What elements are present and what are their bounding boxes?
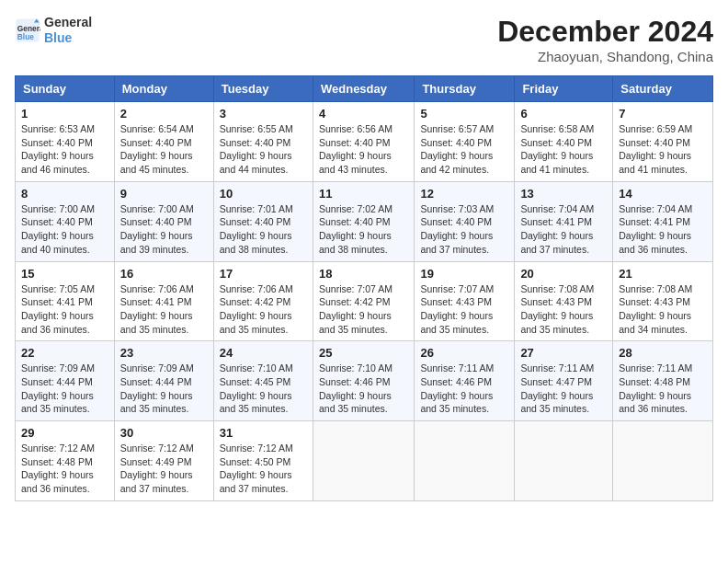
day-number: 2 [120, 107, 208, 121]
day-info: Sunrise: 7:02 AM Sunset: 4:40 PM Dayligh… [319, 202, 408, 257]
day-info: Sunrise: 7:11 AM Sunset: 4:46 PM Dayligh… [420, 362, 508, 416]
day-info: Sunrise: 7:09 AM Sunset: 4:44 PM Dayligh… [120, 362, 208, 416]
calendar-cell: 12 Sunrise: 7:03 AM Sunset: 4:40 PM Dayl… [415, 181, 515, 261]
day-number: 22 [21, 346, 108, 360]
calendar-cell: 27 Sunrise: 7:11 AM Sunset: 4:47 PM Dayl… [515, 341, 613, 421]
day-info: Sunrise: 6:53 AM Sunset: 4:40 PM Dayligh… [21, 122, 108, 177]
day-info: Sunrise: 7:12 AM Sunset: 4:48 PM Dayligh… [21, 442, 108, 496]
calendar-cell: 15 Sunrise: 7:05 AM Sunset: 4:41 PM Dayl… [16, 261, 115, 341]
day-number: 11 [319, 187, 408, 201]
weekday-header: Tuesday [213, 76, 313, 102]
day-number: 10 [220, 187, 307, 201]
day-info: Sunrise: 7:01 AM Sunset: 4:40 PM Dayligh… [220, 202, 307, 257]
calendar-cell: 7 Sunrise: 6:59 AM Sunset: 4:40 PM Dayli… [613, 102, 713, 182]
calendar-cell: 29 Sunrise: 7:12 AM Sunset: 4:48 PM Dayl… [16, 421, 115, 501]
calendar-cell: 2 Sunrise: 6:54 AM Sunset: 4:40 PM Dayli… [114, 102, 213, 182]
day-info: Sunrise: 7:12 AM Sunset: 4:49 PM Dayligh… [120, 442, 208, 496]
day-info: Sunrise: 6:56 AM Sunset: 4:40 PM Dayligh… [319, 122, 408, 177]
day-number: 9 [120, 187, 208, 201]
day-number: 7 [619, 107, 707, 121]
day-info: Sunrise: 7:06 AM Sunset: 4:42 PM Dayligh… [220, 282, 307, 337]
calendar-cell: 16 Sunrise: 7:06 AM Sunset: 4:41 PM Dayl… [114, 261, 213, 341]
calendar-cell: 23 Sunrise: 7:09 AM Sunset: 4:44 PM Dayl… [114, 341, 213, 421]
day-number: 27 [520, 346, 607, 360]
day-info: Sunrise: 7:04 AM Sunset: 4:41 PM Dayligh… [520, 202, 607, 257]
day-number: 8 [21, 187, 108, 201]
day-number: 25 [319, 346, 408, 360]
calendar-cell: 6 Sunrise: 6:58 AM Sunset: 4:40 PM Dayli… [515, 102, 613, 182]
calendar-cell: 19 Sunrise: 7:07 AM Sunset: 4:43 PM Dayl… [415, 261, 515, 341]
day-info: Sunrise: 7:05 AM Sunset: 4:41 PM Dayligh… [21, 282, 108, 337]
day-info: Sunrise: 7:06 AM Sunset: 4:41 PM Dayligh… [120, 282, 208, 337]
calendar-cell: 26 Sunrise: 7:11 AM Sunset: 4:46 PM Dayl… [415, 341, 515, 421]
calendar-cell: 28 Sunrise: 7:11 AM Sunset: 4:48 PM Dayl… [613, 341, 713, 421]
day-number: 19 [420, 267, 508, 281]
day-number: 4 [319, 107, 408, 121]
calendar-cell: 13 Sunrise: 7:04 AM Sunset: 4:41 PM Dayl… [515, 181, 613, 261]
day-info: Sunrise: 7:11 AM Sunset: 4:48 PM Dayligh… [619, 362, 707, 416]
weekday-header: Wednesday [313, 76, 414, 102]
calendar-cell [313, 421, 414, 501]
day-number: 1 [21, 107, 108, 121]
day-number: 14 [619, 187, 707, 201]
calendar-cell [415, 421, 515, 501]
calendar-cell: 8 Sunrise: 7:00 AM Sunset: 4:40 PM Dayli… [16, 181, 115, 261]
day-info: Sunrise: 7:10 AM Sunset: 4:46 PM Dayligh… [319, 362, 408, 416]
calendar-cell: 22 Sunrise: 7:09 AM Sunset: 4:44 PM Dayl… [16, 341, 115, 421]
day-info: Sunrise: 6:54 AM Sunset: 4:40 PM Dayligh… [120, 122, 208, 177]
day-number: 28 [619, 346, 707, 360]
day-number: 3 [220, 107, 307, 121]
day-info: Sunrise: 6:59 AM Sunset: 4:40 PM Dayligh… [619, 122, 707, 177]
logo-icon: General Blue [15, 17, 40, 43]
day-info: Sunrise: 7:00 AM Sunset: 4:40 PM Dayligh… [21, 202, 108, 257]
calendar-week-row: 8 Sunrise: 7:00 AM Sunset: 4:40 PM Dayli… [16, 181, 713, 261]
calendar-cell: 11 Sunrise: 7:02 AM Sunset: 4:40 PM Dayl… [313, 181, 414, 261]
calendar-cell: 18 Sunrise: 7:07 AM Sunset: 4:42 PM Dayl… [313, 261, 414, 341]
calendar-cell: 4 Sunrise: 6:56 AM Sunset: 4:40 PM Dayli… [313, 102, 414, 182]
calendar-cell: 1 Sunrise: 6:53 AM Sunset: 4:40 PM Dayli… [16, 102, 115, 182]
weekday-header: Friday [515, 76, 613, 102]
calendar-cell: 3 Sunrise: 6:55 AM Sunset: 4:40 PM Dayli… [213, 102, 313, 182]
day-number: 21 [619, 267, 707, 281]
day-number: 16 [120, 267, 208, 281]
day-info: Sunrise: 6:58 AM Sunset: 4:40 PM Dayligh… [520, 122, 607, 177]
day-info: Sunrise: 7:03 AM Sunset: 4:40 PM Dayligh… [420, 202, 508, 257]
calendar-cell: 31 Sunrise: 7:12 AM Sunset: 4:50 PM Dayl… [213, 421, 313, 501]
day-info: Sunrise: 7:04 AM Sunset: 4:41 PM Dayligh… [619, 202, 707, 257]
day-number: 23 [120, 346, 208, 360]
calendar-cell: 9 Sunrise: 7:00 AM Sunset: 4:40 PM Dayli… [114, 181, 213, 261]
month-title: December 2024 [497, 15, 713, 49]
calendar-cell: 24 Sunrise: 7:10 AM Sunset: 4:45 PM Dayl… [213, 341, 313, 421]
calendar-cell [613, 421, 713, 501]
calendar-table: SundayMondayTuesdayWednesdayThursdayFrid… [15, 75, 713, 501]
weekday-header: Monday [114, 76, 213, 102]
day-number: 26 [420, 346, 508, 360]
logo: General Blue General Blue [15, 15, 92, 46]
day-info: Sunrise: 7:08 AM Sunset: 4:43 PM Dayligh… [619, 282, 707, 337]
calendar-week-row: 29 Sunrise: 7:12 AM Sunset: 4:48 PM Dayl… [16, 421, 713, 501]
day-number: 30 [120, 426, 208, 440]
day-info: Sunrise: 7:07 AM Sunset: 4:42 PM Dayligh… [319, 282, 408, 337]
calendar-cell: 20 Sunrise: 7:08 AM Sunset: 4:43 PM Dayl… [515, 261, 613, 341]
day-number: 5 [420, 107, 508, 121]
day-number: 24 [220, 346, 307, 360]
title-area: December 2024 Zhaoyuan, Shandong, China [497, 15, 713, 64]
calendar-week-row: 1 Sunrise: 6:53 AM Sunset: 4:40 PM Dayli… [16, 102, 713, 182]
day-number: 20 [520, 267, 607, 281]
calendar-cell: 10 Sunrise: 7:01 AM Sunset: 4:40 PM Dayl… [213, 181, 313, 261]
calendar-header-row: SundayMondayTuesdayWednesdayThursdayFrid… [16, 76, 713, 102]
calendar-cell [515, 421, 613, 501]
day-info: Sunrise: 7:08 AM Sunset: 4:43 PM Dayligh… [520, 282, 607, 337]
day-info: Sunrise: 7:12 AM Sunset: 4:50 PM Dayligh… [220, 442, 307, 496]
calendar-cell: 30 Sunrise: 7:12 AM Sunset: 4:49 PM Dayl… [114, 421, 213, 501]
day-info: Sunrise: 7:00 AM Sunset: 4:40 PM Dayligh… [120, 202, 208, 257]
day-number: 29 [21, 426, 108, 440]
calendar-week-row: 15 Sunrise: 7:05 AM Sunset: 4:41 PM Dayl… [16, 261, 713, 341]
calendar-week-row: 22 Sunrise: 7:09 AM Sunset: 4:44 PM Dayl… [16, 341, 713, 421]
day-info: Sunrise: 7:10 AM Sunset: 4:45 PM Dayligh… [220, 362, 307, 416]
day-number: 12 [420, 187, 508, 201]
page-header: General Blue General Blue December 2024 … [15, 15, 713, 64]
location: Zhaoyuan, Shandong, China [497, 49, 713, 64]
day-info: Sunrise: 6:55 AM Sunset: 4:40 PM Dayligh… [220, 122, 307, 177]
svg-text:Blue: Blue [17, 32, 34, 41]
